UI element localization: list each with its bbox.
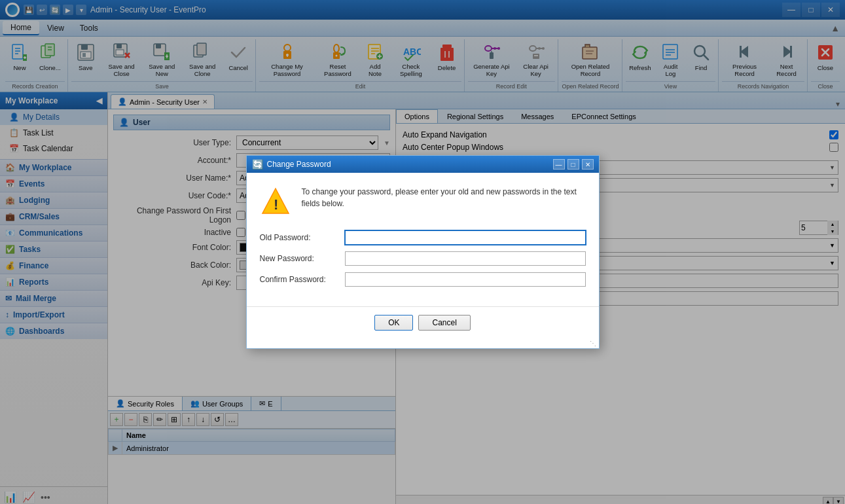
modal-message: To change your password, please enter yo… bbox=[302, 186, 586, 209]
modal-maximize-btn[interactable]: □ bbox=[567, 159, 579, 170]
old-password-field: Old Password: bbox=[260, 230, 586, 245]
modal-titlebar-left: 🔄 Change Password bbox=[252, 159, 331, 170]
confirm-password-field: Confirm Password: bbox=[260, 272, 586, 287]
modal-info-row: ! To change your password, please enter … bbox=[260, 186, 586, 217]
new-password-label: New Password: bbox=[260, 254, 345, 263]
modal-body: ! To change your password, please enter … bbox=[247, 173, 599, 306]
new-password-input[interactable] bbox=[345, 251, 586, 266]
confirm-password-label: Confirm Password: bbox=[260, 275, 345, 284]
old-password-input[interactable] bbox=[345, 230, 586, 245]
modal-cancel-button[interactable]: Cancel bbox=[418, 315, 470, 331]
svg-text:!: ! bbox=[274, 196, 278, 213]
modal-close-btn[interactable]: ✕ bbox=[582, 159, 594, 170]
modal-overlay: 🔄 Change Password — □ ✕ ! To chang bbox=[0, 0, 845, 504]
modal-logo-icon: 🔄 bbox=[252, 159, 263, 170]
modal-titlebar-controls: — □ ✕ bbox=[553, 159, 594, 170]
new-password-field: New Password: bbox=[260, 251, 586, 266]
modal-footer: OK Cancel bbox=[247, 306, 599, 338]
modal-ok-button[interactable]: OK bbox=[374, 315, 413, 331]
change-password-modal: 🔄 Change Password — □ ✕ ! To chang bbox=[246, 155, 600, 349]
modal-resize-grip[interactable]: ⋱ bbox=[247, 338, 599, 348]
modal-title: Change Password bbox=[267, 160, 331, 169]
old-password-label: Old Password: bbox=[260, 233, 345, 242]
modal-form: Old Password: New Password: Confirm Pass… bbox=[260, 230, 586, 287]
warning-icon: ! bbox=[260, 186, 291, 217]
confirm-password-input[interactable] bbox=[345, 272, 586, 287]
modal-titlebar: 🔄 Change Password — □ ✕ bbox=[247, 156, 599, 173]
modal-minimize-btn[interactable]: — bbox=[553, 159, 565, 170]
